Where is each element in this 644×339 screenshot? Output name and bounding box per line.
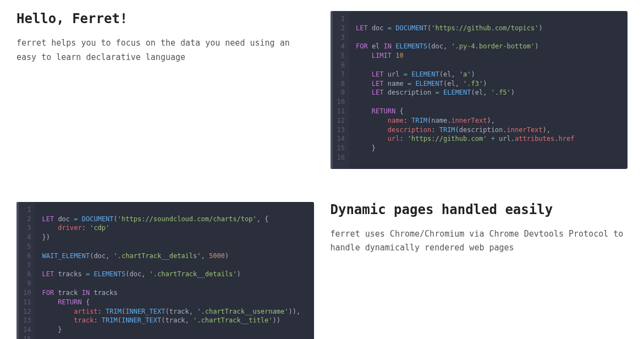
code-block-1: 12345678910111213141516 LET doc = DOCUME… bbox=[331, 11, 628, 169]
hello-text: Hello, Ferret! ferret helps you to focus… bbox=[16, 11, 314, 64]
code-block-2: 123456789101112131415 LET doc = DOCUMENT… bbox=[16, 202, 314, 339]
dynamic-code: 123456789101112131415 LET doc = DOCUMENT… bbox=[16, 202, 314, 339]
code-lines: LET doc = DOCUMENT('https://github.com/t… bbox=[349, 11, 581, 169]
hello-title: Hello, Ferret! bbox=[16, 11, 314, 26]
line-gutter: 123456789101112131415 bbox=[16, 202, 35, 339]
line-gutter: 12345678910111213141516 bbox=[331, 11, 349, 169]
hello-code: 12345678910111213141516 LET doc = DOCUME… bbox=[331, 11, 628, 169]
dynamic-pages-section: 123456789101112131415 LET doc = DOCUMENT… bbox=[16, 202, 628, 339]
dynamic-title: Dynamic pages handled easily bbox=[331, 202, 628, 217]
hello-ferret-section: Hello, Ferret! ferret helps you to focus… bbox=[16, 11, 628, 169]
hello-desc: ferret helps you to focus on the data yo… bbox=[16, 36, 314, 64]
dynamic-desc: ferret uses Chrome/Chromium via Chrome D… bbox=[331, 227, 628, 255]
dynamic-text: Dynamic pages handled easily ferret uses… bbox=[331, 202, 628, 255]
code-lines: LET doc = DOCUMENT('https://soundcloud.c… bbox=[35, 202, 307, 339]
